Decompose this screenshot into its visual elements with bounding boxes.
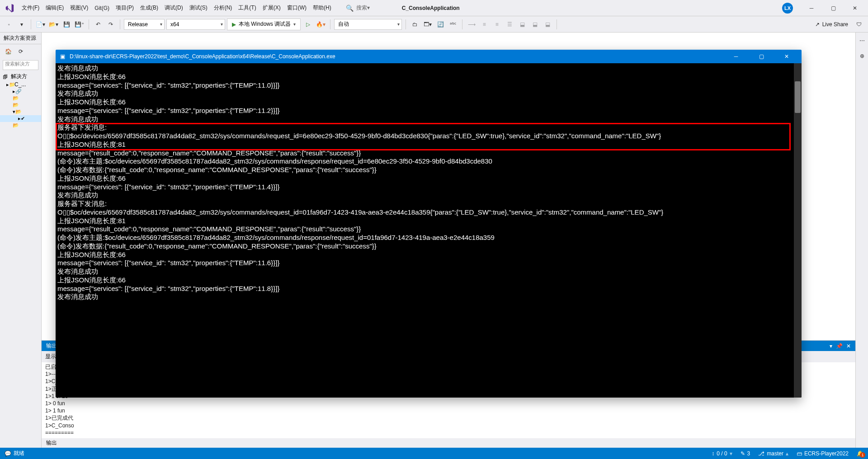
console-line: 上报JSON消息长度:66 — [57, 276, 800, 285]
menu-build[interactable]: 生成(B) — [137, 2, 161, 14]
status-errors[interactable]: ↕ 0 / 0 ▾ — [712, 450, 732, 457]
menu-edit[interactable]: 编辑(E) — [43, 2, 66, 14]
console-line: 发布消息成功 — [57, 191, 800, 200]
global-search[interactable]: 🔍 搜索▾ — [346, 4, 396, 12]
status-notifications[interactable]: 🔔 1 — [857, 450, 863, 457]
live-share-button[interactable]: ↗ Live Share — [811, 21, 852, 28]
solution-search-input[interactable]: 搜索解决方 — [3, 60, 38, 70]
toolbox-tab[interactable]: ⊕ — [857, 51, 868, 61]
menu-git[interactable]: Git(G) — [92, 3, 112, 13]
console-scrollbar[interactable] — [794, 63, 802, 398]
tree-item[interactable]: 📂 — [0, 102, 41, 108]
console-maximize-button[interactable]: ▢ — [751, 50, 772, 63]
tree-item[interactable]: 📂 — [0, 122, 41, 129]
start-debugging-button[interactable]: ▶ 本地 Windows 调试器 ▾ — [227, 19, 301, 30]
window-layout-button[interactable]: 🗔▾ — [422, 19, 433, 30]
console-minimize-button[interactable]: ─ — [726, 50, 746, 63]
console-close-button[interactable]: ✕ — [776, 50, 797, 63]
branch-icon: ⎇ — [758, 450, 764, 457]
live-share-label: Live Share — [822, 21, 848, 28]
console-line: message={"services": [{"service_id": "st… — [57, 183, 800, 192]
tree-item[interactable]: ▾📂 — [0, 108, 41, 115]
menu-tools[interactable]: 工具(T) — [236, 2, 259, 14]
search-placeholder: 搜索▾ — [356, 4, 370, 12]
tool-7-button[interactable]: ⬓ — [542, 19, 553, 30]
home-button[interactable]: 🏠 — [3, 46, 14, 57]
solution-tree[interactable]: 🗐解决方 ▸📁C_... ▸🔗 📂 📂 ▾📂 ▸✔ 📂 — [0, 71, 41, 130]
tree-root[interactable]: 🗐解决方 — [0, 72, 41, 81]
redo-button[interactable]: ↷ — [105, 19, 116, 30]
chevron-down-icon: ▾ — [293, 22, 296, 27]
menu-help[interactable]: 帮助(H) — [310, 2, 334, 14]
menu-test[interactable]: 测试(S) — [187, 2, 210, 14]
sync-button[interactable]: 🔄 — [435, 19, 446, 30]
console-scroll-thumb[interactable] — [795, 81, 801, 113]
start-without-debugging-button[interactable]: ▷ — [302, 19, 313, 30]
menu-extensions[interactable]: 扩展(X) — [260, 2, 283, 14]
minimize-button[interactable]: ─ — [801, 0, 822, 16]
tool-1-button[interactable]: ⟶ — [466, 19, 477, 30]
menu-file[interactable]: 文件(F) — [19, 2, 42, 14]
output-tab[interactable]: 输出 — [42, 438, 855, 448]
menu-analyze[interactable]: 分析(N) — [211, 2, 235, 14]
close-button[interactable]: ✕ — [844, 0, 865, 16]
refresh-button[interactable]: ⟳ — [15, 46, 26, 57]
console-title: D:\linux-share-dir\ECRS-Player2022\test_… — [70, 53, 335, 60]
save-all-button[interactable]: 💾⁺ — [74, 19, 85, 30]
solution-explorer-title: 解决方案资源 — [0, 33, 41, 44]
menu-debug[interactable]: 调试(D) — [162, 2, 186, 14]
main-toolbar: ◦ ▾ 📄▾ 📂▾ 💾 💾⁺ ↶ ↷ Release x64 ▶ 本地 Wind… — [0, 16, 868, 33]
chevron-down-icon[interactable]: ▾ — [830, 343, 832, 349]
tool-6-button[interactable]: ⬓ — [529, 19, 540, 30]
tool-2-button[interactable]: ≡ — [479, 19, 490, 30]
open-button[interactable]: 📂▾ — [48, 19, 59, 30]
tree-item[interactable]: ▸🔗 — [0, 88, 41, 95]
console-line: (命令)发布主题:$oc/devices/65697df3585c81787ad… — [57, 157, 800, 166]
close-icon[interactable]: ✕ — [846, 343, 851, 349]
config-combo[interactable]: Release — [124, 19, 165, 30]
menu-project[interactable]: 项目(P) — [113, 2, 137, 14]
folder-button[interactable]: 🗀 — [410, 19, 420, 30]
tree-item-selected[interactable]: ▸✔ — [0, 115, 41, 122]
console-line: O▯▯$oc/devices/65697df3585c81787ad4da82_… — [57, 132, 800, 141]
solution-explorer-pane: 解决方案资源 🏠 ⟳ 搜索解决方 🗐解决方 ▸📁C_... ▸🔗 📂 📂 ▾📂 … — [0, 33, 42, 448]
user-avatar[interactable]: LX — [782, 3, 793, 14]
solution-icon: 🗐 — [3, 74, 9, 80]
platform-combo[interactable]: x64 — [166, 19, 225, 30]
tool-5-button[interactable]: ⬓ — [517, 19, 528, 30]
status-branch[interactable]: ⎇ master ▴ — [758, 450, 788, 457]
console-line: 上报JSON消息长度:66 — [57, 174, 800, 183]
notification-badge: 1 — [860, 452, 865, 458]
undo-button[interactable]: ↶ — [93, 19, 104, 30]
tree-project[interactable]: ▸📁C_... — [0, 81, 41, 88]
solution-explorer-toolbar: 🏠 ⟳ — [0, 44, 41, 59]
new-item-button[interactable]: 📄▾ — [35, 19, 46, 30]
output-line: ========= — [45, 429, 852, 436]
folder-icon: 📂 — [13, 95, 19, 101]
menu-window[interactable]: 窗口(W) — [284, 2, 309, 14]
admin-button[interactable]: 🛡 — [854, 19, 864, 30]
save-button[interactable]: 💾 — [61, 19, 72, 30]
pencil-icon: ✎ — [741, 450, 745, 457]
status-ready: 💬 就绪 — [5, 450, 24, 457]
hot-reload-button[interactable]: 🔥▾ — [315, 19, 326, 30]
tree-item[interactable]: 📂 — [0, 95, 41, 102]
status-changes[interactable]: ✎ 3 — [741, 450, 750, 457]
tool-3-button[interactable]: ≡ — [491, 19, 502, 30]
console-line: message={"services": [{"service_id": "st… — [57, 259, 800, 267]
pin-icon[interactable]: 📌 — [836, 343, 843, 349]
menu-view[interactable]: 视图(V) — [67, 2, 91, 14]
console-body[interactable]: 发布消息成功上报JSON消息长度:66message={"services": … — [56, 63, 802, 398]
back-button[interactable]: ◦ — [4, 19, 14, 30]
refs-icon: ▸🔗 — [13, 89, 19, 94]
auto-combo[interactable]: 自动 — [334, 19, 402, 30]
console-titlebar[interactable]: ▣ D:\linux-share-dir\ECRS-Player2022\tes… — [56, 50, 802, 63]
spell-button[interactable]: ᵃᵇᶜ — [448, 19, 458, 30]
tool-4-button[interactable]: ☰ — [504, 19, 515, 30]
status-repo[interactable]: 🗃 ECRS-Player2022 — [797, 450, 849, 457]
play-icon: ▶ — [232, 21, 236, 28]
forward-button[interactable]: ▾ — [16, 19, 27, 30]
console-line: 上报JSON消息长度:66 — [57, 251, 800, 259]
maximize-button[interactable]: ▢ — [823, 0, 844, 16]
props-tab[interactable]: ⋯ — [857, 35, 868, 46]
